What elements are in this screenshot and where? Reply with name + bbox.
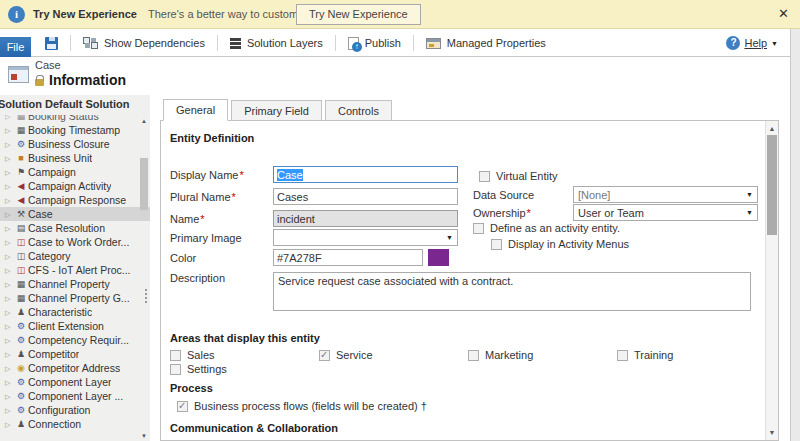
expand-arrow-icon[interactable]: ▷ — [5, 404, 14, 417]
tree-item[interactable]: ▷ ⚙ Configuration — [0, 403, 150, 417]
expand-arrow-icon[interactable]: ▷ — [5, 194, 14, 207]
tree-item[interactable]: ▷ ◫ CFS - IoT Alert Proc... — [0, 263, 150, 277]
display-activity-menus-checkbox-row[interactable]: Display in Activity Menus — [491, 238, 629, 250]
tree-item-label: Competitor Address — [28, 362, 120, 375]
show-dependencies-button[interactable]: Show Dependencies — [74, 29, 214, 57]
scroll-up-icon[interactable]: ▲ — [766, 122, 778, 135]
virtual-entity-checkbox-row[interactable]: Virtual Entity — [479, 170, 558, 182]
expand-arrow-icon[interactable]: ▷ — [5, 222, 14, 235]
tree-item-label: Campaign Activity — [28, 180, 111, 193]
display-name-input[interactable]: Case — [273, 166, 458, 183]
scroll-down-icon[interactable]: ▼ — [139, 433, 149, 439]
checkbox-icon[interactable] — [170, 364, 181, 375]
primary-image-select[interactable]: ▼ — [273, 229, 458, 246]
gear-icon: ⚙ — [14, 404, 28, 417]
description-textarea[interactable]: Service request case associated with a c… — [273, 272, 751, 311]
tree-item[interactable]: ▷ ◉ Competitor Address — [0, 361, 150, 375]
tree-item[interactable]: ▷ ■ Business Unit — [0, 151, 150, 165]
tree-item[interactable]: ▷ ◀ Campaign Response — [0, 193, 150, 207]
tree-item[interactable]: ▷ ⚙ Business Closure — [0, 137, 150, 151]
tree-item[interactable]: ▷ ▦ Booking Timestamp — [0, 123, 150, 137]
help-menu[interactable]: ? Help ▼ — [726, 36, 778, 50]
area-checkbox-item[interactable]: Marketing — [468, 348, 617, 362]
checkbox-icon[interactable] — [491, 239, 502, 250]
expand-arrow-icon[interactable]: ▷ — [5, 208, 14, 221]
tab-controls[interactable]: Controls — [325, 100, 392, 120]
tree-item[interactable]: ▷ ⚙ Client Extension — [0, 319, 150, 333]
color-swatch — [428, 249, 449, 266]
tab-primary-field[interactable]: Primary Field — [231, 100, 322, 120]
megaphone-icon: ◀ — [14, 194, 28, 207]
expand-arrow-icon[interactable]: ▷ — [5, 250, 14, 263]
define-activity-checkbox-row[interactable]: Define as an activity entity. — [473, 222, 620, 234]
plural-name-input[interactable]: Cases — [273, 188, 458, 205]
try-new-experience-button[interactable]: Try New Experience — [296, 4, 421, 25]
expand-arrow-icon[interactable]: ▷ — [5, 166, 14, 179]
expand-arrow-icon[interactable]: ▷ — [5, 138, 14, 151]
publish-button[interactable]: Publish — [339, 29, 410, 57]
expand-arrow-icon[interactable]: ▷ — [5, 278, 14, 291]
expand-arrow-icon[interactable]: ▷ — [5, 124, 14, 137]
tree-item[interactable]: ▷ ▤ Case Resolution — [0, 221, 150, 235]
tree-item[interactable]: ▷ ⚙ Component Layer ... — [0, 389, 150, 403]
close-icon[interactable]: ✕ — [778, 6, 789, 22]
checkbox-icon[interactable] — [617, 350, 628, 361]
checkbox-icon[interactable] — [468, 350, 479, 361]
tab-general[interactable]: General — [163, 99, 228, 121]
content-scrollbar[interactable]: ▲ ▼ — [765, 121, 778, 440]
tree-item[interactable]: ▷ ⚙ Competency Requir... — [0, 333, 150, 347]
section-process: Process — [170, 382, 213, 394]
tree-item[interactable]: ▷ ♟ Competitor — [0, 347, 150, 361]
file-menu-button[interactable]: File — [0, 37, 31, 57]
content-scrollbar-thumb[interactable] — [767, 135, 777, 235]
data-source-select[interactable]: [None]▼ — [573, 186, 758, 203]
tree-item[interactable]: ▷ ◫ Case to Work Order... — [0, 235, 150, 249]
expand-arrow-icon[interactable]: ▷ — [5, 320, 14, 333]
scroll-up-icon[interactable]: ▲ — [139, 118, 149, 124]
area-checkbox-item[interactable]: Training — [617, 348, 766, 362]
ownership-select[interactable]: User or Team▼ — [573, 204, 758, 221]
expand-arrow-icon[interactable]: ▷ — [5, 348, 14, 361]
checkbox-icon[interactable] — [473, 223, 484, 234]
expand-arrow-icon[interactable]: ▷ — [5, 180, 14, 193]
expand-arrow-icon[interactable]: ▷ — [5, 376, 14, 389]
tree-item[interactable]: ▷ ♟ Characteristic — [0, 305, 150, 319]
tree-item[interactable]: ▷ ▦ Channel Property G... — [0, 291, 150, 305]
expand-arrow-icon[interactable]: ▷ — [5, 152, 14, 165]
expand-arrow-icon[interactable]: ▷ — [5, 292, 14, 305]
managed-properties-button[interactable]: Managed Properties — [417, 29, 555, 57]
expand-arrow-icon[interactable]: ▷ — [5, 236, 14, 249]
save-button[interactable] — [36, 29, 67, 57]
tree-item[interactable]: ▷ ⚒ Case — [0, 207, 150, 221]
scroll-down-icon[interactable]: ▼ — [766, 426, 778, 439]
solution-layers-button[interactable]: Solution Layers — [221, 29, 332, 57]
tree-item[interactable]: ▷ ♟ Connection — [0, 417, 150, 431]
expand-arrow-icon[interactable]: ▷ — [5, 390, 14, 403]
section-entity-definition: Entity Definition — [170, 132, 254, 144]
area-checkbox-item[interactable]: Sales — [170, 348, 319, 362]
tree-scrollbar[interactable]: ▲ ▼ — [139, 118, 149, 439]
expand-arrow-icon[interactable]: ▷ — [5, 264, 14, 277]
expand-arrow-icon[interactable]: ▷ — [5, 306, 14, 319]
tree-item[interactable]: ▷ ▦ Channel Property — [0, 277, 150, 291]
tree-item[interactable]: ▷ ◀ Campaign Activity — [0, 179, 150, 193]
area-checkbox-item[interactable]: Settings — [170, 362, 319, 376]
banner-title: Try New Experience — [33, 8, 137, 20]
tree-item[interactable]: ▷ ◫ Category — [0, 249, 150, 263]
tree-item[interactable]: ▷ ⚑ Campaign — [0, 165, 150, 179]
expand-arrow-icon[interactable]: ▷ — [5, 418, 14, 431]
checkbox-icon[interactable] — [319, 350, 330, 361]
sitemap-icon: ◫ — [14, 250, 28, 263]
tree-item[interactable]: ▷ ⚙ Component Layer — [0, 375, 150, 389]
checkbox-icon[interactable] — [170, 350, 181, 361]
area-checkbox-item[interactable]: Service — [319, 348, 468, 362]
tree-item[interactable]: ▷ ▦ Booking Status — [0, 115, 150, 123]
expand-arrow-icon[interactable]: ▷ — [5, 115, 14, 123]
color-input[interactable]: #7A278F — [273, 249, 423, 266]
people-icon: ♟ — [14, 418, 28, 431]
checkbox-icon[interactable] — [479, 171, 490, 182]
expand-arrow-icon[interactable]: ▷ — [5, 362, 14, 375]
tree-scrollbar-thumb[interactable] — [140, 158, 148, 210]
panel-splitter-handle[interactable] — [145, 289, 147, 291]
expand-arrow-icon[interactable]: ▷ — [5, 334, 14, 347]
